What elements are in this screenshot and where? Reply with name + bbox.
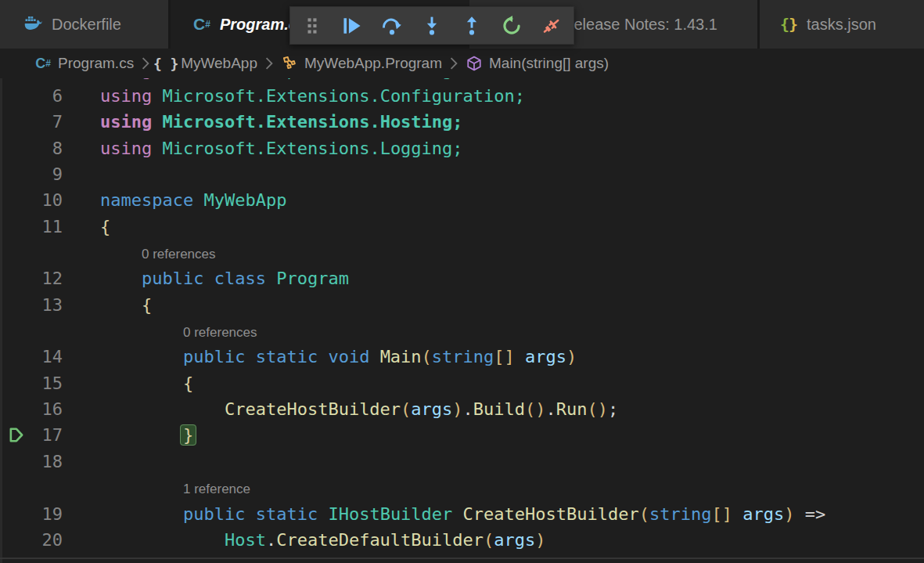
code-token: Microsoft.Extensions.Logging; bbox=[162, 139, 462, 158]
code-line: 20 Host.CreateDefaultBuilder(args) bbox=[0, 527, 924, 553]
code-line-content: public static IHostBuilder CreateHostBui… bbox=[63, 501, 924, 527]
code-token: public class bbox=[100, 269, 276, 288]
code-token: using bbox=[100, 86, 162, 106]
code-line-content: using Microsoft.Extensions.Configuration… bbox=[63, 83, 924, 109]
line-number-gutter[interactable]: 13 bbox=[0, 292, 63, 318]
code-token: Host bbox=[100, 530, 266, 550]
line-number-gutter[interactable]: 8 bbox=[0, 135, 63, 161]
debug-continue-icon[interactable] bbox=[340, 14, 364, 38]
code-token: ; bbox=[608, 399, 618, 419]
code-editor[interactable]: using Microsoft.AspNetCore.Hosting;6usin… bbox=[0, 78, 924, 563]
vscode-window: Dockerfile C# Program.cs Release Notes: … bbox=[0, 0, 924, 563]
line-number-gutter[interactable]: 17 bbox=[0, 422, 63, 448]
line-number-gutter[interactable]: 7 bbox=[0, 109, 63, 135]
debug-disconnect-icon[interactable] bbox=[540, 14, 563, 38]
code-line: 7using Microsoft.Extensions.Hosting; bbox=[0, 109, 924, 135]
code-token: Run bbox=[556, 399, 588, 419]
code-token: public static void bbox=[100, 347, 380, 366]
line-number-gutter[interactable]: 12 bbox=[0, 265, 63, 291]
tab-label: tasks.json bbox=[807, 16, 876, 34]
breadcrumb: C# Program.cs { } MyWebApp bbox=[0, 49, 924, 78]
code-line: 10namespace MyWebApp bbox=[0, 187, 924, 213]
code-token: ) bbox=[535, 530, 545, 550]
code-line: 13 { bbox=[0, 292, 924, 318]
codelens-row: 0 references bbox=[0, 318, 924, 344]
line-number-gutter[interactable] bbox=[0, 318, 63, 344]
codelens-references[interactable]: 1 reference bbox=[183, 476, 250, 502]
code-token: Main bbox=[380, 347, 422, 366]
breadcrumb-label: MyWebApp bbox=[181, 55, 257, 72]
code-token: CreateHostBuilder bbox=[100, 399, 401, 419]
code-token: => bbox=[795, 504, 826, 524]
code-line-content: { bbox=[63, 370, 924, 396]
line-number-gutter[interactable]: 9 bbox=[0, 161, 63, 187]
codelens-content: 0 references bbox=[63, 318, 924, 344]
code-line: 8using Microsoft.Extensions.Logging; bbox=[0, 135, 924, 161]
csharp-icon: C# bbox=[192, 14, 212, 34]
code-line-content: using Microsoft.Extensions.Logging; bbox=[63, 135, 924, 161]
line-number-gutter[interactable]: 20 bbox=[0, 527, 63, 553]
code-line: 9 bbox=[0, 161, 924, 187]
code-token: ) bbox=[566, 347, 577, 366]
debug-restart-icon[interactable] bbox=[500, 14, 523, 38]
line-number-gutter[interactable]: 16 bbox=[0, 396, 63, 422]
code-line-content bbox=[63, 449, 924, 475]
code-token: ( bbox=[401, 399, 411, 419]
debug-step-over-icon[interactable] bbox=[380, 14, 404, 38]
method-cube-icon bbox=[466, 55, 483, 72]
breadcrumb-file[interactable]: C# Program.cs bbox=[34, 55, 134, 72]
code-token: string bbox=[649, 504, 711, 524]
chevron-right-icon bbox=[265, 57, 273, 70]
tab-tasks-json[interactable]: {} tasks.json bbox=[760, 0, 924, 49]
codelens-row: 0 references bbox=[0, 240, 924, 265]
code-token bbox=[100, 425, 183, 445]
code-token: [] bbox=[494, 347, 525, 366]
codelens-references[interactable]: 0 references bbox=[142, 241, 216, 267]
docker-whale-icon bbox=[23, 14, 44, 34]
line-number-gutter[interactable]: 18 bbox=[0, 449, 63, 475]
breadcrumb-label: Program.cs bbox=[58, 55, 134, 72]
debug-current-line-arrow-icon bbox=[8, 427, 25, 443]
code-token: using bbox=[100, 78, 162, 80]
json-braces-icon: {} bbox=[778, 14, 799, 34]
line-number-gutter[interactable] bbox=[0, 475, 63, 500]
code-line-content: Host.CreateDefaultBuilder(args) bbox=[63, 527, 924, 553]
codelens-row: 1 reference bbox=[0, 475, 924, 500]
code-line-content: using Microsoft.Extensions.Hosting; bbox=[63, 109, 924, 135]
debug-step-into-icon[interactable] bbox=[420, 14, 444, 38]
code-line: 11{ bbox=[0, 214, 924, 240]
codelens-references[interactable]: 0 references bbox=[183, 319, 257, 345]
drag-handle-icon[interactable] bbox=[300, 14, 324, 38]
chevron-right-icon bbox=[450, 57, 458, 70]
codelens-content: 1 reference bbox=[63, 475, 924, 500]
code-token: { bbox=[100, 374, 193, 393]
line-number-gutter[interactable]: 14 bbox=[0, 344, 63, 370]
tab-dockerfile[interactable]: Dockerfile bbox=[0, 0, 168, 49]
code-token: public static bbox=[100, 504, 328, 524]
code-token bbox=[452, 504, 462, 524]
breadcrumb-class[interactable]: MyWebApp.Program bbox=[281, 55, 442, 72]
line-number-gutter[interactable] bbox=[0, 240, 63, 265]
line-number-gutter[interactable]: 10 bbox=[0, 187, 63, 213]
code-line-content: namespace MyWebApp bbox=[63, 187, 924, 213]
breadcrumb-method[interactable]: Main(string[] args) bbox=[466, 55, 609, 72]
line-number-gutter[interactable]: 19 bbox=[0, 501, 63, 527]
line-number-gutter[interactable]: 11 bbox=[0, 214, 63, 240]
code-line-content: { bbox=[63, 214, 924, 240]
tab-label: Dockerfile bbox=[52, 16, 121, 34]
code-token: Microsoft.Extensions.Configuration; bbox=[162, 86, 525, 106]
code-token: { bbox=[100, 217, 110, 236]
namespace-braces-icon: { } bbox=[157, 55, 174, 72]
debug-toolbar bbox=[289, 6, 574, 45]
code-line-content: { bbox=[63, 292, 924, 318]
line-number-gutter[interactable]: 6 bbox=[0, 83, 63, 109]
line-number-gutter[interactable]: 15 bbox=[0, 370, 63, 396]
breadcrumb-namespace[interactable]: { } MyWebApp bbox=[157, 55, 257, 72]
code-token: CreateDefaultBuilder bbox=[276, 530, 484, 550]
code-token: Microsoft.AspNetCore.Hosting; bbox=[162, 78, 462, 80]
code-token: . bbox=[463, 399, 473, 419]
debug-step-out-icon[interactable] bbox=[460, 14, 484, 38]
code-token: Microsoft.Extensions.Hosting; bbox=[162, 112, 462, 132]
code-token: { bbox=[100, 295, 152, 315]
code-token: string bbox=[432, 347, 494, 366]
